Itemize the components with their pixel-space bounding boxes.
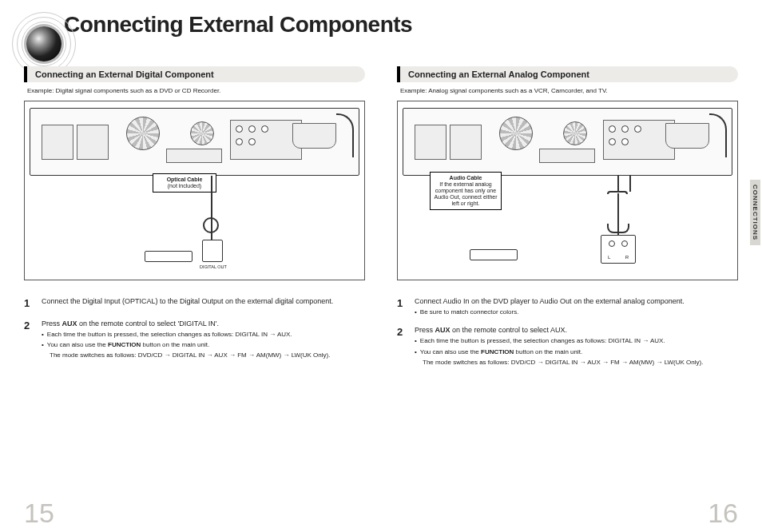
rear-panel-illustration (30, 108, 359, 176)
left-diagram: Optical Cable (not included) DIGITAL OUT (24, 101, 365, 280)
step-number: 1 (397, 296, 408, 317)
rca-out-panel-icon: L R (601, 235, 636, 264)
step-bullet: You can also use the FUNCTION button on … (42, 341, 365, 350)
right-step-2: 2 Press AUX on the remote control to sel… (397, 325, 738, 367)
section-tab: CONNECTIONS (750, 180, 760, 245)
external-player-icon (470, 249, 518, 260)
left-step-1: 1 Connect the Digital Input (OPTICAL) to… (24, 296, 365, 311)
step-number: 1 (24, 296, 35, 311)
external-player-icon (145, 251, 192, 262)
page-number-left: 15 (24, 498, 54, 529)
left-column: Connecting an External Digital Component… (24, 62, 365, 532)
step-text: Connect the Digital Input (OPTICAL) to t… (42, 296, 365, 311)
rca-left-label: L (608, 255, 610, 260)
page-number-right: 16 (708, 498, 738, 529)
callout-sub: (not included) (168, 183, 201, 189)
step-number: 2 (397, 325, 408, 367)
optical-cable-callout: Optical Cable (not included) (153, 173, 216, 193)
left-example-text: Example: Digital signal components such … (27, 87, 365, 94)
page-title: Connecting External Components (64, 12, 762, 38)
digital-out-label: DIGITAL OUT (200, 264, 227, 269)
rca-right-label: R (625, 255, 629, 260)
rear-panel-illustration (403, 108, 732, 176)
right-step-1: 1 Connect Audio In on the DVD player to … (397, 296, 738, 317)
step-text: Connect Audio In on the DVD player to Au… (415, 297, 685, 305)
step-bullet: Each time the button is pressed, the sel… (415, 337, 738, 346)
callout-title: Optical Cable (167, 177, 203, 182)
digital-out-port-icon: DIGITAL OUT (202, 240, 223, 262)
right-column: CONNECTIONS Connecting an External Analo… (397, 62, 738, 532)
left-steps: 1 Connect the Digital Input (OPTICAL) to… (24, 296, 365, 368)
callout-title: Audio Cable (450, 175, 482, 181)
step-bullet: You can also use the FUNCTION button on … (415, 348, 738, 357)
left-step-2: 2 Press AUX on the remote control to sel… (24, 319, 365, 361)
mode-switch-note: The mode switches as follows: DVD/CD → D… (423, 359, 738, 367)
right-diagram: Audio Cable If the external analog compo… (397, 101, 738, 280)
right-section-heading: Connecting an External Analog Component (397, 66, 738, 82)
callout-body: If the external analog component has onl… (435, 181, 498, 206)
step-bullet: Each time the button is pressed, the sel… (42, 331, 365, 339)
step-bullet: Be sure to match connector colors. (415, 308, 738, 317)
left-section-heading: Connecting an External Digital Component (24, 66, 365, 82)
right-example-text: Example: Analog signal components such a… (400, 87, 738, 94)
step-number: 2 (24, 319, 35, 361)
mode-switch-note: The mode switches as follows: DVD/CD → D… (50, 351, 365, 360)
right-steps: 1 Connect Audio In on the DVD player to … (397, 296, 738, 375)
audio-cable-callout: Audio Cable If the external analog compo… (430, 172, 502, 210)
